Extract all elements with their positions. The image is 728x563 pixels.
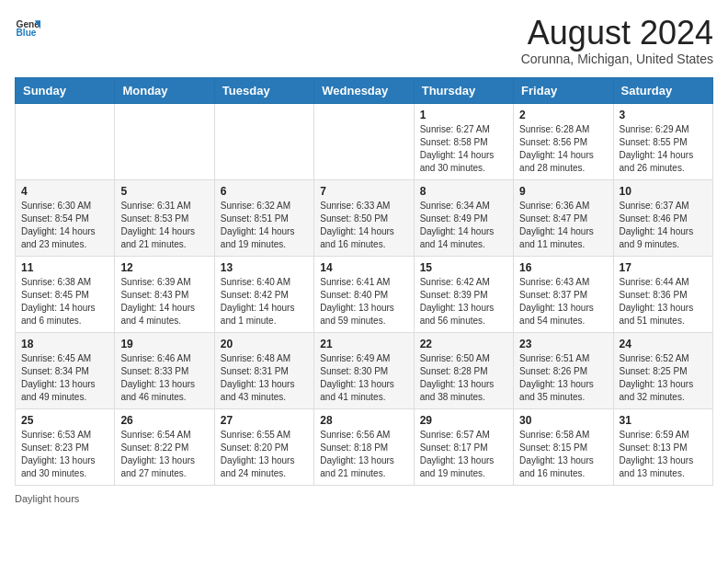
footer-note: Daylight hours (15, 493, 713, 504)
calendar-cell: 2Sunrise: 6:28 AM Sunset: 8:56 PM Daylig… (514, 103, 613, 179)
day-info: Sunrise: 6:45 AM Sunset: 8:34 PM Dayligh… (21, 352, 108, 404)
day-number: 25 (21, 414, 108, 427)
day-number: 11 (21, 261, 108, 274)
calendar-cell: 10Sunrise: 6:37 AM Sunset: 8:46 PM Dayli… (613, 179, 712, 256)
calendar-cell: 24Sunrise: 6:52 AM Sunset: 8:25 PM Dayli… (613, 332, 712, 408)
day-number: 27 (221, 414, 308, 427)
day-number: 21 (320, 338, 407, 350)
calendar-cell: 18Sunrise: 6:45 AM Sunset: 8:34 PM Dayli… (16, 332, 115, 408)
day-info: Sunrise: 6:41 AM Sunset: 8:40 PM Dayligh… (320, 276, 407, 327)
day-info: Sunrise: 6:52 AM Sunset: 8:25 PM Dayligh… (620, 352, 707, 404)
day-info: Sunrise: 6:39 AM Sunset: 8:43 PM Dayligh… (120, 276, 208, 327)
calendar-cell: 4Sunrise: 6:30 AM Sunset: 8:54 PM Daylig… (16, 179, 115, 256)
day-number: 23 (519, 338, 607, 350)
day-info: Sunrise: 6:33 AM Sunset: 8:50 PM Dayligh… (320, 200, 407, 251)
calendar-cell: 15Sunrise: 6:42 AM Sunset: 8:39 PM Dayli… (414, 256, 513, 332)
calendar-cell: 19Sunrise: 6:46 AM Sunset: 8:33 PM Dayli… (115, 332, 214, 408)
svg-text:Blue: Blue (17, 28, 37, 38)
calendar-cell: 3Sunrise: 6:29 AM Sunset: 8:55 PM Daylig… (613, 103, 712, 179)
day-number: 5 (120, 185, 208, 198)
day-info: Sunrise: 6:57 AM Sunset: 8:17 PM Dayligh… (420, 429, 507, 480)
calendar-cell: 27Sunrise: 6:55 AM Sunset: 8:20 PM Dayli… (214, 408, 313, 485)
day-info: Sunrise: 6:40 AM Sunset: 8:42 PM Dayligh… (221, 276, 308, 327)
calendar-week-2: 4Sunrise: 6:30 AM Sunset: 8:54 PM Daylig… (16, 179, 713, 256)
day-info: Sunrise: 6:50 AM Sunset: 8:28 PM Dayligh… (420, 352, 507, 404)
calendar-cell (115, 103, 214, 179)
calendar-cell: 11Sunrise: 6:38 AM Sunset: 8:45 PM Dayli… (16, 256, 115, 332)
calendar-cell: 1Sunrise: 6:27 AM Sunset: 8:58 PM Daylig… (414, 103, 513, 179)
day-info: Sunrise: 6:55 AM Sunset: 8:20 PM Dayligh… (221, 429, 308, 480)
day-number: 7 (320, 185, 407, 198)
month-year: August 2024 (521, 15, 713, 52)
calendar-cell: 25Sunrise: 6:53 AM Sunset: 8:23 PM Dayli… (16, 408, 115, 485)
location: Corunna, Michigan, United States (521, 52, 713, 66)
day-number: 29 (420, 414, 507, 427)
day-info: Sunrise: 6:42 AM Sunset: 8:39 PM Dayligh… (420, 276, 507, 327)
day-info: Sunrise: 6:56 AM Sunset: 8:18 PM Dayligh… (320, 429, 407, 480)
day-number: 28 (320, 414, 407, 427)
day-number: 4 (21, 185, 108, 198)
day-number: 31 (620, 414, 707, 427)
day-number: 6 (221, 185, 308, 198)
weekday-header-friday: Friday (514, 77, 613, 103)
calendar-cell: 14Sunrise: 6:41 AM Sunset: 8:40 PM Dayli… (314, 256, 414, 332)
day-number: 10 (620, 185, 707, 198)
day-info: Sunrise: 6:28 AM Sunset: 8:56 PM Dayligh… (519, 123, 607, 175)
weekday-header-thursday: Thursday (414, 77, 513, 103)
calendar-cell: 30Sunrise: 6:58 AM Sunset: 8:15 PM Dayli… (514, 408, 613, 485)
day-number: 18 (21, 338, 108, 350)
day-number: 3 (620, 109, 707, 121)
calendar-cell: 12Sunrise: 6:39 AM Sunset: 8:43 PM Dayli… (115, 256, 214, 332)
day-info: Sunrise: 6:36 AM Sunset: 8:47 PM Dayligh… (519, 200, 607, 251)
page-header: General Blue August 2024 Corunna, Michig… (15, 15, 713, 66)
day-info: Sunrise: 6:49 AM Sunset: 8:30 PM Dayligh… (320, 352, 407, 404)
day-info: Sunrise: 6:59 AM Sunset: 8:13 PM Dayligh… (620, 429, 707, 480)
day-info: Sunrise: 6:27 AM Sunset: 8:58 PM Dayligh… (420, 123, 507, 175)
day-info: Sunrise: 6:46 AM Sunset: 8:33 PM Dayligh… (120, 352, 208, 404)
weekday-header-monday: Monday (115, 77, 214, 103)
calendar-cell: 9Sunrise: 6:36 AM Sunset: 8:47 PM Daylig… (514, 179, 613, 256)
day-info: Sunrise: 6:58 AM Sunset: 8:15 PM Dayligh… (519, 429, 607, 480)
day-number: 1 (420, 109, 507, 121)
calendar-cell: 31Sunrise: 6:59 AM Sunset: 8:13 PM Dayli… (613, 408, 712, 485)
calendar-cell: 20Sunrise: 6:48 AM Sunset: 8:31 PM Dayli… (214, 332, 313, 408)
day-info: Sunrise: 6:30 AM Sunset: 8:54 PM Dayligh… (21, 200, 108, 251)
calendar-cell (16, 103, 115, 179)
day-info: Sunrise: 6:51 AM Sunset: 8:26 PM Dayligh… (519, 352, 607, 404)
day-info: Sunrise: 6:37 AM Sunset: 8:46 PM Dayligh… (620, 200, 707, 251)
day-number: 12 (120, 261, 208, 274)
calendar-cell (314, 103, 414, 179)
calendar-table: SundayMondayTuesdayWednesdayThursdayFrid… (15, 77, 713, 486)
weekday-header-row: SundayMondayTuesdayWednesdayThursdayFrid… (16, 77, 713, 103)
calendar-cell: 8Sunrise: 6:34 AM Sunset: 8:49 PM Daylig… (414, 179, 513, 256)
day-number: 2 (519, 109, 607, 121)
title-block: August 2024 Corunna, Michigan, United St… (521, 15, 713, 66)
calendar-cell: 23Sunrise: 6:51 AM Sunset: 8:26 PM Dayli… (514, 332, 613, 408)
day-number: 13 (221, 261, 308, 274)
day-number: 26 (120, 414, 208, 427)
day-number: 16 (519, 261, 607, 274)
day-info: Sunrise: 6:31 AM Sunset: 8:53 PM Dayligh… (120, 200, 208, 251)
calendar-cell: 29Sunrise: 6:57 AM Sunset: 8:17 PM Dayli… (414, 408, 513, 485)
day-number: 22 (420, 338, 507, 350)
day-number: 15 (420, 261, 507, 274)
day-number: 14 (320, 261, 407, 274)
day-info: Sunrise: 6:29 AM Sunset: 8:55 PM Dayligh… (620, 123, 707, 175)
calendar-cell: 16Sunrise: 6:43 AM Sunset: 8:37 PM Dayli… (514, 256, 613, 332)
day-number: 24 (620, 338, 707, 350)
weekday-header-sunday: Sunday (16, 77, 115, 103)
calendar-cell: 5Sunrise: 6:31 AM Sunset: 8:53 PM Daylig… (115, 179, 214, 256)
day-info: Sunrise: 6:32 AM Sunset: 8:51 PM Dayligh… (221, 200, 308, 251)
weekday-header-saturday: Saturday (613, 77, 712, 103)
day-number: 19 (120, 338, 208, 350)
calendar-week-5: 25Sunrise: 6:53 AM Sunset: 8:23 PM Dayli… (16, 408, 713, 485)
weekday-header-wednesday: Wednesday (314, 77, 414, 103)
day-info: Sunrise: 6:48 AM Sunset: 8:31 PM Dayligh… (221, 352, 308, 404)
weekday-header-tuesday: Tuesday (214, 77, 313, 103)
calendar-cell: 22Sunrise: 6:50 AM Sunset: 8:28 PM Dayli… (414, 332, 513, 408)
day-number: 9 (519, 185, 607, 198)
calendar-cell: 26Sunrise: 6:54 AM Sunset: 8:22 PM Dayli… (115, 408, 214, 485)
day-number: 20 (221, 338, 308, 350)
day-info: Sunrise: 6:44 AM Sunset: 8:36 PM Dayligh… (620, 276, 707, 327)
calendar-cell: 17Sunrise: 6:44 AM Sunset: 8:36 PM Dayli… (613, 256, 712, 332)
